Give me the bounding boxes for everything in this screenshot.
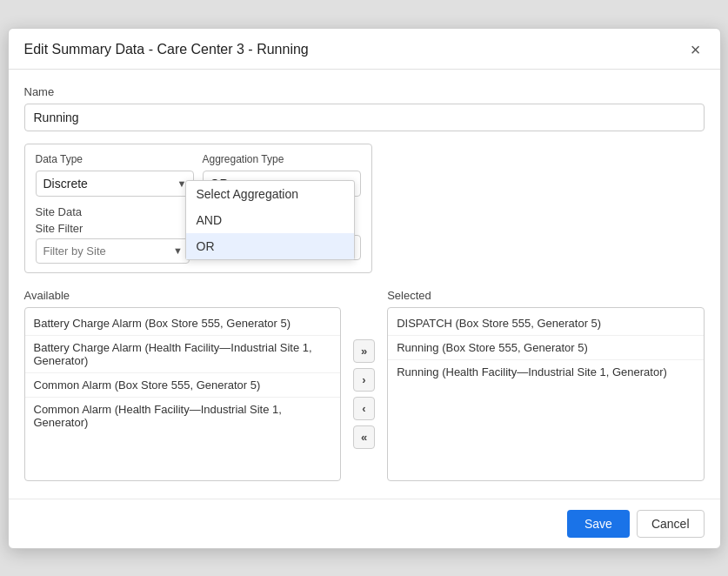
close-button[interactable]: × bbox=[687, 41, 705, 58]
dialog-title: Edit Summary Data - Care Center 3 - Runn… bbox=[24, 42, 309, 57]
filter-by-site-wrapper: ▼ bbox=[36, 238, 190, 264]
list-item[interactable]: DISPATCH (Box Store 555, Generator 5) bbox=[388, 311, 703, 336]
list-item[interactable]: Common Alarm (Box Store 555, Generator 5… bbox=[25, 373, 340, 398]
aggregation-type-label: Aggregation Type bbox=[203, 153, 361, 165]
filter-by-site-input[interactable] bbox=[36, 238, 190, 264]
aggregation-dropdown-popup: Select Aggregation AND OR bbox=[185, 180, 355, 260]
site-data-col: Site Data Site Filter ▼ bbox=[36, 205, 190, 264]
data-type-wrapper: Discrete Analog ▼ bbox=[36, 171, 194, 197]
data-type-select[interactable]: Discrete Analog bbox=[36, 171, 194, 197]
list-item[interactable]: Common Alarm (Health Facility—Industrial… bbox=[25, 398, 340, 434]
site-data-label: Site Data bbox=[36, 205, 190, 218]
transfer-buttons: » › ‹ « bbox=[350, 308, 378, 481]
selected-col: Selected DISPATCH (Box Store 555, Genera… bbox=[387, 289, 704, 481]
cancel-button[interactable]: Cancel bbox=[637, 510, 705, 538]
name-label: Name bbox=[24, 85, 705, 98]
list-item[interactable]: Battery Charge Alarm (Box Store 555, Gen… bbox=[25, 311, 340, 336]
data-type-col: Data Type Discrete Analog ▼ bbox=[36, 153, 194, 197]
dialog-footer: Save Cancel bbox=[9, 499, 720, 548]
name-input[interactable] bbox=[24, 104, 705, 131]
remove-button[interactable]: ‹ bbox=[353, 397, 375, 420]
dialog-body: Name Data Type Discrete Analog ▼ bbox=[9, 70, 720, 493]
add-button[interactable]: › bbox=[353, 368, 375, 392]
popup-item-or[interactable]: OR bbox=[186, 233, 354, 259]
remove-all-button[interactable]: « bbox=[353, 425, 375, 449]
available-label: Available bbox=[24, 289, 341, 302]
popup-item-and[interactable]: AND bbox=[186, 207, 354, 233]
type-section: Data Type Discrete Analog ▼ Aggregation … bbox=[24, 144, 705, 273]
list-item[interactable]: Running (Health Facility—Industrial Site… bbox=[388, 360, 703, 384]
add-all-button[interactable]: » bbox=[353, 339, 375, 363]
transfer-section: Available Battery Charge Alarm (Box Stor… bbox=[24, 289, 705, 481]
available-list: Battery Charge Alarm (Box Store 555, Gen… bbox=[24, 307, 341, 481]
site-filter-label: Site Filter bbox=[36, 222, 190, 235]
popup-item-select-aggregation[interactable]: Select Aggregation bbox=[186, 181, 354, 207]
selected-list: DISPATCH (Box Store 555, Generator 5) Ru… bbox=[387, 307, 704, 481]
selected-label: Selected bbox=[387, 289, 704, 302]
dialog-header: Edit Summary Data - Care Center 3 - Runn… bbox=[9, 29, 720, 70]
list-item[interactable]: Battery Charge Alarm (Health Facility—In… bbox=[25, 336, 340, 373]
list-item[interactable]: Running (Box Store 555, Generator 5) bbox=[388, 336, 703, 360]
available-col: Available Battery Charge Alarm (Box Stor… bbox=[24, 289, 341, 481]
edit-summary-dialog: Edit Summary Data - Care Center 3 - Runn… bbox=[8, 28, 721, 549]
save-button[interactable]: Save bbox=[567, 510, 630, 538]
data-type-label: Data Type bbox=[36, 153, 194, 165]
